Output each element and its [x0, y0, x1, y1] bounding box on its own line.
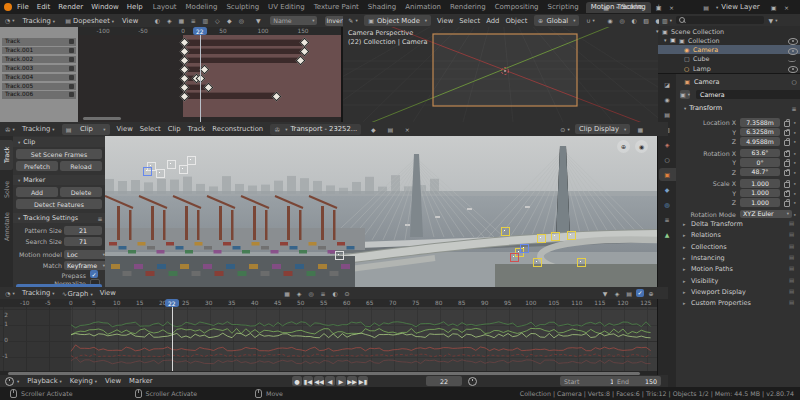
track-speed-green-2[interactable] [71, 328, 651, 335]
keyframe-bar[interactable] [183, 39, 303, 46]
workspace-tab-modeling[interactable]: Modeling [186, 3, 218, 11]
cursor-icon[interactable]: ⊕ [646, 289, 656, 298]
tracking-settings-panel-header[interactable]: ▾Tracking Settings≡ [13, 213, 108, 223]
menu-help[interactable]: Help [127, 3, 143, 11]
scene-selector[interactable]: ▦▾ Scene ▣ × [601, 3, 677, 12]
expand-arrow-icon[interactable]: ▸ [683, 232, 686, 238]
lock-icon[interactable] [784, 201, 790, 207]
tab-track[interactable]: Track [0, 140, 13, 170]
animate-dot[interactable]: • [793, 199, 797, 206]
clip-view-dropdown[interactable]: ▤Clip▾ [62, 124, 110, 135]
eye-icon[interactable] [788, 66, 798, 73]
workspace-tab-sculpting[interactable]: Sculpting [226, 3, 259, 11]
transform-orientation-dropdown[interactable]: ⊕Global▾ [534, 15, 580, 26]
clip-datablock-selector[interactable]: ✇▾Transport - 23252... [270, 124, 361, 135]
snap-magnet-icon[interactable]: ∪▾ [585, 16, 595, 25]
section-header-motion-paths[interactable]: Motion Paths [691, 265, 733, 273]
outliner-filter-icon[interactable]: ▼▾ [768, 16, 778, 25]
viewport-object-menu[interactable]: Object [505, 17, 527, 25]
channel-icon[interactable] [69, 75, 74, 80]
object-selector-icon[interactable]: ▣▾ [680, 90, 690, 99]
clip-reconstruction-menu[interactable]: Reconstruction [212, 125, 263, 133]
marker-panel-header[interactable]: ▾Marker [13, 175, 108, 185]
clip-view[interactable]: ⊕ ◉ [105, 136, 657, 287]
graph-view-menu[interactable]: View [100, 289, 116, 297]
dopesheet-view-menu[interactable]: View [122, 17, 138, 25]
funnel-filter-icon[interactable]: ▼ [600, 289, 610, 298]
tracking-marker[interactable] [567, 231, 576, 240]
workspace-tab-compositing[interactable]: Compositing [495, 3, 539, 11]
expand-arrow-icon[interactable]: ▸ [683, 255, 686, 261]
graph-display-dropdown[interactable]: ∿Graph▾ [62, 289, 93, 298]
section-header-relations[interactable]: Relations [691, 231, 721, 239]
editor-type-icon[interactable]: ✎▾ [348, 16, 358, 25]
view-layer-name[interactable]: View Layer [721, 3, 759, 11]
expand-arrow-icon[interactable]: ▸ [683, 221, 686, 227]
play-button[interactable]: ▶ [336, 376, 346, 386]
new-view-layer-icon[interactable]: ▣ [769, 3, 779, 12]
clip-view-menu[interactable]: View [117, 125, 133, 133]
name-filter-input[interactable]: Name▾ [270, 16, 317, 25]
show-curves-checkbox[interactable]: ✓ [636, 289, 644, 297]
transform-value-field[interactable]: 1.000 [740, 189, 780, 198]
scene-name[interactable]: Scene [621, 3, 642, 11]
transform-value-field[interactable]: 48.7° [740, 168, 780, 177]
outliner-row-lamp[interactable]: ○Lamp [658, 64, 800, 73]
outliner-row-scene-collection[interactable]: ▾▣Scene Collection [658, 27, 800, 36]
clip-mode-dropdown[interactable]: Tracking▾ [22, 125, 55, 133]
pivot-icon[interactable]: ⊙ [342, 289, 352, 298]
expand-arrow-icon[interactable]: ▸ [683, 300, 686, 306]
dopesheet-mode-dropdown[interactable]: Tracking▾ [23, 17, 56, 25]
ghost-curves-icon[interactable]: ◎ [306, 289, 316, 298]
lock-icon[interactable] [784, 161, 790, 167]
set-scene-frames-button[interactable]: Set Scene Frames [16, 149, 102, 159]
animate-dot[interactable]: • [793, 190, 797, 197]
menu-render[interactable]: Render [58, 3, 83, 11]
section-header-instancing[interactable]: Instancing [691, 254, 725, 262]
track-channel[interactable]: Track.005 [2, 83, 76, 91]
expand-arrow-icon[interactable]: ▾ [664, 37, 667, 43]
filter-scene-icon[interactable]: ▥ [200, 16, 210, 25]
channel-icon[interactable] [69, 66, 74, 71]
proportional-edit-icon[interactable]: ◉ [605, 16, 615, 25]
filter-collection-icon[interactable]: ▦ [176, 16, 186, 25]
dopesheet-playhead[interactable] [200, 35, 201, 122]
new-scene-icon[interactable]: ▣ [654, 3, 664, 12]
editor-type-icon[interactable]: ✇▾ [5, 125, 15, 134]
filter-transforms-icon[interactable]: ≡ [188, 16, 198, 25]
filter-icon[interactable]: ≡ [318, 289, 328, 298]
tracking-marker[interactable] [156, 169, 165, 178]
show-gizmo-icon[interactable]: ◎ [617, 16, 627, 25]
animate-dot[interactable]: • [793, 211, 797, 218]
menu-file[interactable]: File [17, 3, 29, 11]
keyframe-bar[interactable] [183, 48, 303, 55]
filter-funnel-icon[interactable]: ▼ [254, 16, 262, 25]
track-channel[interactable]: Track.006 [2, 91, 76, 99]
outliner-item-label[interactable]: Camera [693, 46, 718, 54]
workspace-tab-rendering[interactable]: Rendering [450, 3, 486, 11]
editor-type-icon[interactable]: ▥▾ [662, 16, 672, 25]
lock-icon[interactable] [784, 151, 790, 157]
section-header-custom-properties[interactable]: Custom Properties [691, 299, 751, 307]
menu-window[interactable]: Window [91, 3, 119, 11]
outliner-row-cube[interactable]: ▢Cube [658, 55, 800, 64]
outliner-item-label[interactable]: Collection [688, 37, 720, 45]
keying-menu[interactable]: Keying▾ [70, 377, 97, 385]
workspace-tab-animation[interactable]: Animation [405, 3, 441, 11]
section-header-visibility[interactable]: Visibility [691, 277, 718, 285]
graph-playhead[interactable] [172, 307, 173, 371]
lock-icon[interactable] [784, 140, 790, 146]
search-size-field[interactable]: 71 [64, 237, 102, 246]
detect-features-button[interactable]: Detect Features [16, 199, 102, 209]
transform-value-field[interactable]: 1.000 [740, 198, 780, 207]
motion-model-dropdown[interactable]: Loc▾ [64, 250, 108, 259]
reload-button[interactable]: Reload [60, 161, 102, 171]
animate-dot[interactable]: • [793, 129, 797, 136]
filter-modifier-icon[interactable]: ◆ [224, 16, 234, 25]
tab-annotate[interactable]: Annotate [0, 208, 13, 246]
blender-logo-icon[interactable] [4, 3, 12, 11]
pattern-size-field[interactable]: 21 [64, 226, 102, 235]
section-menu-icon[interactable]: ▤ [789, 288, 794, 294]
clip-select-menu[interactable]: Select [140, 125, 161, 133]
normalize-icon[interactable]: ▦ [282, 289, 292, 298]
